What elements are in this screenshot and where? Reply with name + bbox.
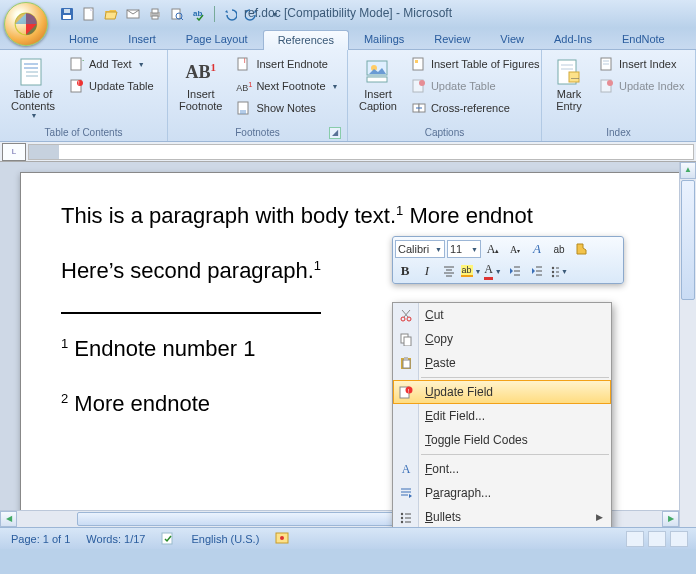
font-color-icon[interactable]: A▼ — [483, 261, 503, 281]
tab-home[interactable]: Home — [54, 29, 113, 49]
mini-size-combo[interactable]: 11▼ — [447, 240, 481, 258]
title-bar: ab ▼ ref.doc [Compatibility Mode] - Micr… — [0, 0, 696, 28]
insert-index-label: Insert Index — [619, 58, 676, 70]
tof-icon — [411, 56, 427, 72]
insert-tof-button[interactable]: Insert Table of Figures — [406, 53, 545, 75]
bullets-icon[interactable]: ▼ — [549, 261, 569, 281]
ctx-paste[interactable]: Paste — [393, 351, 611, 375]
status-page[interactable]: Page: 1 of 1 — [8, 532, 73, 546]
next-footnote-button[interactable]: AB1Next Footnote▼ — [231, 75, 343, 97]
cross-reference-button[interactable]: Cross-reference — [406, 97, 545, 119]
tab-view[interactable]: View — [485, 29, 539, 49]
qat-new-icon[interactable] — [80, 5, 98, 23]
update-field-icon: ! — [397, 383, 415, 401]
ctx-paragraph[interactable]: Paragraph... — [393, 481, 611, 505]
toc-icon — [17, 56, 49, 88]
ctx-toggle-field-codes[interactable]: Toggle Field Codes — [393, 428, 611, 452]
bullets-menu-icon — [397, 508, 415, 526]
tab-references[interactable]: References — [263, 30, 349, 50]
svg-rect-28 — [367, 77, 387, 82]
view-full-reading[interactable] — [648, 531, 666, 547]
add-text-button[interactable]: +Add Text▼ — [64, 53, 159, 75]
decrease-indent-icon[interactable] — [505, 261, 525, 281]
document-area: This is a paragraph with body text.1 Mor… — [0, 162, 696, 527]
ribbon: Table of Contents▼ +Add Text▼ !Update Ta… — [0, 50, 696, 142]
paragraph-icon — [397, 484, 415, 502]
mark-entry-button[interactable]: — Mark Entry — [546, 53, 592, 115]
update-index-button[interactable]: Update Index — [594, 75, 689, 97]
ctx-copy[interactable]: Copy — [393, 327, 611, 351]
insert-index-button[interactable]: Insert Index — [594, 53, 689, 75]
update-table-button[interactable]: !Update Table — [64, 75, 159, 97]
svg-rect-68 — [404, 357, 408, 360]
svg-point-33 — [419, 80, 425, 86]
footnotes-dialog-launcher[interactable]: ◢ — [329, 127, 341, 139]
update-captions-table-button[interactable]: Update Table — [406, 75, 545, 97]
office-button[interactable] — [4, 2, 48, 46]
qat-spelling-icon[interactable]: ab — [190, 5, 208, 23]
svg-rect-67 — [403, 360, 410, 368]
qat-save-icon[interactable] — [58, 5, 76, 23]
tab-endnote[interactable]: EndNote — [607, 29, 680, 49]
ctx-font[interactable]: AFont... — [393, 457, 611, 481]
status-proof-icon[interactable] — [158, 530, 178, 548]
increase-indent-icon[interactable] — [527, 261, 547, 281]
toc-label: Table of Contents — [11, 88, 55, 112]
tab-selector[interactable]: L — [2, 143, 26, 161]
ctx-edit-field[interactable]: Edit Field... — [393, 404, 611, 428]
ribbon-tabs: Home Insert Page Layout References Maili… — [0, 28, 696, 50]
qat-print-icon[interactable] — [146, 5, 164, 23]
format-painter-icon[interactable] — [571, 239, 591, 259]
svg-point-75 — [401, 513, 403, 515]
italic-icon[interactable]: I — [417, 261, 437, 281]
insert-endnote-button[interactable]: iInsert Endnote — [231, 53, 343, 75]
paragraph-1[interactable]: This is a paragraph with body text.1 Mor… — [61, 203, 696, 230]
caption-icon — [362, 56, 394, 88]
tab-page-layout[interactable]: Page Layout — [171, 29, 263, 49]
svg-point-62 — [401, 317, 405, 321]
insert-caption-label: Insert Caption — [359, 88, 397, 112]
endnote-separator — [61, 312, 321, 314]
style-icon[interactable]: A — [527, 239, 547, 259]
view-web-layout[interactable] — [670, 531, 688, 547]
toc-button[interactable]: Table of Contents▼ — [4, 53, 62, 123]
ctx-update-field[interactable]: !Update Field — [393, 380, 611, 404]
status-words[interactable]: Words: 1/17 — [83, 532, 148, 546]
p2-sup: 1 — [314, 258, 321, 273]
ctx-cut[interactable]: Cut — [393, 303, 611, 327]
show-notes-button[interactable]: Show Notes — [231, 97, 343, 119]
grow-font-icon[interactable]: A▴ — [483, 239, 503, 259]
ctx-bullets[interactable]: Bullets▶ — [393, 505, 611, 527]
tab-review[interactable]: Review — [419, 29, 485, 49]
horizontal-ruler[interactable] — [28, 144, 694, 160]
insert-caption-button[interactable]: Insert Caption — [352, 53, 404, 115]
highlight-icon[interactable]: ab▼ — [461, 261, 481, 281]
update-table-icon: ! — [69, 78, 85, 94]
qat-print-preview-icon[interactable] — [168, 5, 186, 23]
insert-endnote-label: Insert Endnote — [256, 58, 328, 70]
vertical-scrollbar[interactable]: ▲ — [679, 162, 696, 527]
qat-undo-icon[interactable] — [221, 5, 239, 23]
svg-rect-22 — [238, 58, 247, 70]
status-macro-icon[interactable] — [272, 531, 292, 547]
status-language[interactable]: English (U.S.) — [188, 532, 262, 546]
qat-open-icon[interactable] — [102, 5, 120, 23]
highlight-color-icon[interactable]: ab — [549, 239, 569, 259]
group-footnotes-label: Footnotes — [235, 127, 279, 138]
insert-footnote-label: Insert Footnote — [179, 88, 222, 112]
add-text-icon: + — [69, 56, 85, 72]
view-print-layout[interactable] — [626, 531, 644, 547]
tab-insert[interactable]: Insert — [113, 29, 171, 49]
cross-ref-icon — [411, 100, 427, 116]
svg-rect-65 — [404, 337, 411, 346]
mini-font-combo[interactable]: Calibri▼ — [395, 240, 445, 258]
bold-icon[interactable]: B — [395, 261, 415, 281]
insert-footnote-button[interactable]: AB1 Insert Footnote — [172, 53, 229, 115]
tab-addins[interactable]: Add-Ins — [539, 29, 607, 49]
qat-email-icon[interactable] — [124, 5, 142, 23]
p2-text: Here’s second paragraph. — [61, 258, 314, 283]
mini-font-value: Calibri — [398, 243, 429, 255]
center-icon[interactable] — [439, 261, 459, 281]
tab-mailings[interactable]: Mailings — [349, 29, 419, 49]
shrink-font-icon[interactable]: A▾ — [505, 239, 525, 259]
